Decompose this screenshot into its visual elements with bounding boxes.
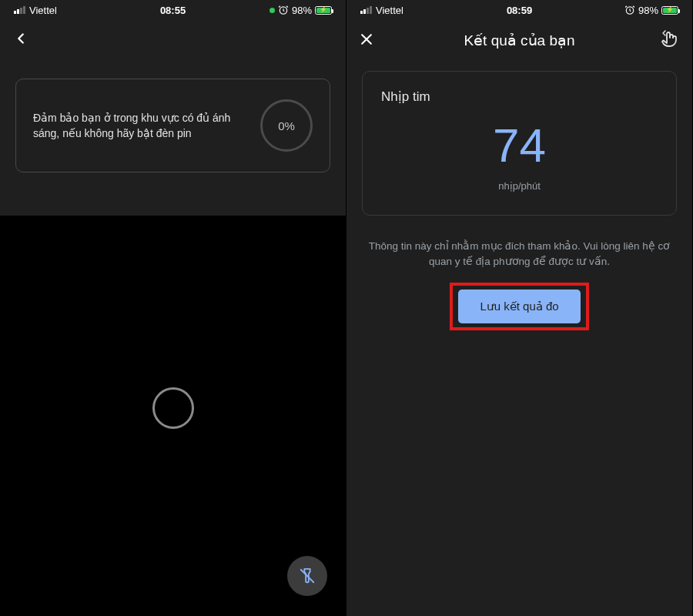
- instruction-card: Đảm bảo bạn ở trong khu vực có đủ ánh sá…: [15, 79, 330, 172]
- save-button-highlight: Lưu kết quả đo: [450, 283, 588, 330]
- nav-bar: Kết quả của bạn: [346, 20, 692, 60]
- save-result-button[interactable]: Lưu kết quả đo: [458, 290, 580, 323]
- camera-view: [0, 216, 346, 616]
- signal-icon: [360, 6, 372, 14]
- back-button[interactable]: [12, 28, 29, 52]
- alarm-icon: [278, 5, 289, 15]
- result-label: Nhịp tim: [381, 89, 658, 105]
- nav-bar: [0, 20, 346, 60]
- progress-ring: 0%: [260, 99, 313, 152]
- status-bar: Viettel 08:59 98% ⚡: [346, 0, 692, 20]
- focus-circle-icon: [152, 387, 194, 429]
- flashlight-button[interactable]: [287, 556, 327, 596]
- touch-hand-icon: [660, 29, 678, 48]
- heart-rate-card: Nhịp tim 74 nhịp/phút: [362, 71, 677, 216]
- recording-indicator-icon: [270, 8, 275, 13]
- clock: 08:59: [507, 5, 532, 16]
- measurement-screen: Viettel 08:55 98% ⚡ Đảm bảo bạn ở trong …: [0, 0, 346, 616]
- instruction-text: Đảm bảo bạn ở trong khu vực có đủ ánh sá…: [33, 110, 242, 142]
- alarm-icon: [624, 5, 635, 15]
- clock: 08:55: [160, 5, 186, 16]
- flashlight-off-icon: [299, 567, 316, 584]
- close-button[interactable]: [359, 28, 374, 52]
- carrier-label: Viettel: [376, 5, 403, 16]
- touch-action-button[interactable]: [660, 29, 678, 51]
- result-screen: Viettel 08:59 98% ⚡ Kết quả của bạn: [346, 0, 693, 616]
- disclaimer-text: Thông tin này chỉ nhằm mục đích tham khả…: [346, 226, 692, 269]
- progress-value: 0%: [278, 119, 295, 132]
- signal-icon: [14, 6, 25, 14]
- carrier-label: Viettel: [29, 5, 57, 16]
- result-value: 74: [381, 122, 658, 169]
- result-unit: nhịp/phút: [381, 180, 658, 192]
- battery-icon: ⚡: [315, 6, 332, 15]
- page-title: Kết quả của bạn: [464, 32, 574, 49]
- svg-line-1: [301, 570, 314, 583]
- battery-icon: ⚡: [661, 6, 678, 15]
- battery-pct: 98%: [292, 5, 312, 16]
- status-bar: Viettel 08:55 98% ⚡: [0, 0, 346, 20]
- battery-pct: 98%: [638, 5, 658, 16]
